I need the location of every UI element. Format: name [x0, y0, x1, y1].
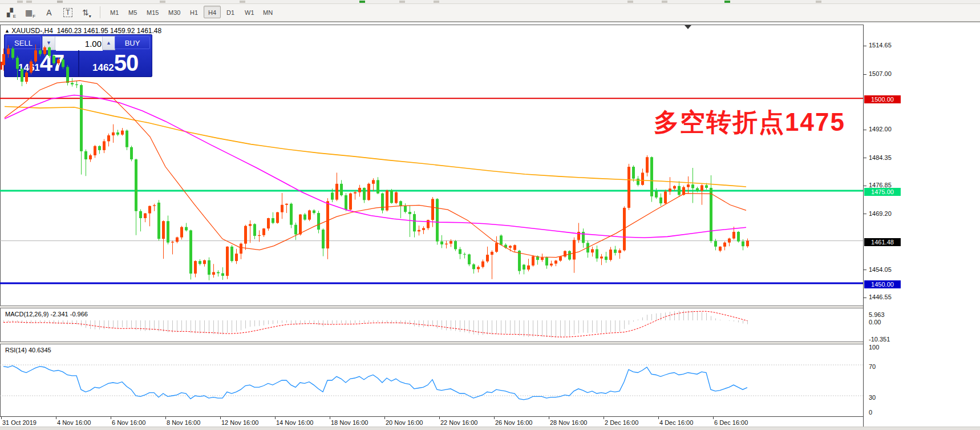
clipped-toolbar-icon — [160, 1, 165, 3]
price-axis-tick — [864, 298, 866, 298]
date-axis-tick — [56, 417, 56, 419]
timeframe-button-h1[interactable]: H1 — [185, 6, 203, 18]
date-axis-tick — [165, 417, 166, 419]
toolbar-separator — [100, 6, 100, 18]
clipped-toolbar-icon — [57, 1, 63, 3]
price-axis-label: 1446.55 — [869, 294, 892, 300]
date-axis-label: 2 Dec 16:00 — [605, 419, 638, 426]
rsi-axis-label: 30 — [869, 394, 876, 401]
date-axis-label: 20 Nov 16:00 — [386, 419, 423, 426]
date-axis-label: 8 Nov 16:00 — [167, 419, 200, 426]
grid-icon[interactable]: ▦F — [22, 6, 38, 20]
macd-signal-line — [3, 311, 747, 337]
date-axis-tick — [713, 417, 714, 419]
price-axis-label: 1507.00 — [869, 70, 892, 77]
clipped-toolbar-icon — [662, 1, 667, 3]
price-tag-label: 1500.00 — [864, 95, 901, 103]
clipped-toolbar-icon — [399, 1, 405, 3]
price-axis-label: 1484.35 — [869, 154, 892, 161]
macd-axis-label: 5.963 — [869, 311, 885, 318]
crosshatch-icon[interactable]: ▞E — [3, 6, 19, 20]
date-axis-label: 26 Nov 16:00 — [495, 419, 532, 426]
timeframe-button-d1[interactable]: D1 — [222, 6, 239, 18]
date-axis-tick — [220, 417, 221, 419]
candles-group — [2, 45, 749, 280]
macd-plot[interactable] — [0, 307, 863, 341]
rsi-axis-label: 0 — [869, 409, 872, 416]
date-axis-label: 4 Dec 16:00 — [659, 419, 693, 426]
text-label-icon[interactable]: A — [41, 6, 57, 20]
price-tag-label: 1475.00 — [864, 188, 901, 196]
rsi-axis-label: 100 — [869, 344, 879, 351]
date-axis-tick — [439, 417, 440, 419]
price-axis-tick — [864, 158, 866, 158]
timeframe-button-w1[interactable]: W1 — [240, 6, 259, 18]
date-axis-tick — [1, 417, 2, 419]
date-axis-tick — [494, 417, 495, 419]
timeframe-button-h4[interactable]: H4 — [204, 6, 221, 18]
timeframe-button-m5[interactable]: M5 — [124, 6, 141, 18]
timeframe-button-mn[interactable]: MN — [258, 6, 277, 18]
date-axis-label: 12 Nov 16:00 — [221, 419, 258, 426]
price-axis: 1514.651507.001492.001484.351476.851469.… — [863, 25, 980, 429]
rsi-plot[interactable] — [0, 343, 863, 416]
clipped-toolbar-icon — [26, 1, 32, 3]
timeframe-button-m1[interactable]: M1 — [106, 6, 123, 18]
price-axis-label: 1514.65 — [869, 42, 892, 49]
clipped-toolbar-icon — [434, 1, 439, 3]
clipped-toolbar-icon — [627, 1, 633, 3]
date-axis-label: 18 Nov 16:00 — [331, 419, 368, 426]
price-tag-label: 1450.00 — [864, 280, 901, 288]
date-axis-tick — [275, 417, 276, 419]
price-axis-tick — [864, 46, 866, 46]
price-axis-label: 1469.20 — [869, 210, 892, 217]
date-axis-label: 6 Nov 16:00 — [112, 419, 145, 426]
clipped-toolbar-icon — [359, 1, 365, 3]
price-axis-label: 1454.05 — [869, 266, 892, 273]
price-axis-tick — [864, 186, 866, 186]
price-axis-tick — [864, 130, 866, 130]
date-axis-tick — [384, 417, 385, 419]
clipped-toolbar-icon — [17, 1, 23, 3]
date-axis-label: 22 Nov 16:00 — [440, 419, 477, 426]
window-bottom-edge — [0, 427, 980, 430]
price-axis-tick — [864, 74, 866, 75]
candlestick-plot[interactable] — [0, 25, 863, 306]
clipped-toolbar-icon — [724, 1, 730, 3]
date-axis-tick — [604, 417, 604, 419]
timeframe-button-m30[interactable]: M30 — [164, 6, 185, 18]
clipped-toolbar-icon — [240, 1, 245, 3]
rsi-axis-label: 70 — [869, 363, 876, 370]
date-axis-label: 4 Nov 16:00 — [57, 419, 91, 426]
arrows-tool-icon[interactable]: ⇅▾ — [79, 6, 95, 20]
date-axis-tick — [549, 417, 549, 419]
price-axis-label: 1492.00 — [869, 126, 892, 132]
chart-window: ▲ XAUUSD-,H4 1460.23 1461.95 1459.92 146… — [0, 22, 980, 428]
date-axis-label: 28 Nov 16:00 — [550, 419, 587, 426]
date-axis-tick — [658, 417, 659, 419]
clipped-toolbar-icon — [816, 1, 821, 3]
date-axis-label: 14 Nov 16:00 — [276, 419, 313, 426]
mt4-terminal: ▞E▦FAT⇅▾M1M5M15M30H1H4D1W1MN ▲ XAUUSD-,H… — [0, 0, 980, 430]
price-axis-tick — [864, 214, 866, 214]
date-axis-label: 6 Dec 16:00 — [714, 419, 748, 426]
timeframe-button-m15[interactable]: M15 — [142, 6, 163, 18]
price-tag-label: 1461.48 — [864, 238, 901, 246]
macd-axis-label: -10.351 — [869, 336, 890, 343]
date-axis-label: 31 Oct 2019 — [2, 419, 37, 426]
rsi-line — [3, 365, 747, 399]
date-axis-tick — [330, 417, 330, 419]
charts-toolbar: ▞E▦FAT⇅▾M1M5M15M30H1H4D1W1MN — [0, 4, 980, 22]
text-box-icon[interactable]: T — [60, 6, 76, 20]
macd-axis-label: 0.00 — [869, 319, 881, 325]
date-axis-tick — [111, 417, 111, 419]
clipped-upper-toolbar — [0, 0, 980, 4]
price-axis-tick — [864, 270, 866, 270]
